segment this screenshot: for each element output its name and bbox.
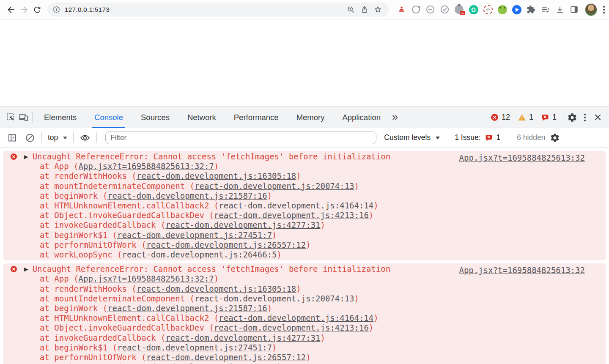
expand-arrow-icon[interactable]: ▶ (24, 152, 28, 161)
stack-frame: at beginWork (react-dom.development.js:2… (3, 191, 606, 201)
url-text[interactable]: 127.0.0.1:5173 (65, 6, 110, 14)
extensions-row: G </> (395, 4, 582, 15)
downloads-button[interactable] (554, 4, 565, 15)
console-errors-badge[interactable]: 12 (491, 113, 510, 122)
stack-frame-link[interactable]: react-dom.development.js:26466:5 (122, 362, 277, 364)
gear-icon (550, 133, 560, 143)
code-inspector-extension-icon[interactable]: </> (483, 4, 493, 15)
issues-badge[interactable]: 1 (541, 113, 557, 122)
profile-avatar[interactable] (585, 3, 597, 16)
side-panel-icon (570, 5, 579, 14)
zoom-button[interactable] (346, 4, 357, 15)
site-info-icon[interactable] (52, 5, 60, 14)
stack-frame-link[interactable]: react-dom.development.js:20074:13 (195, 181, 354, 191)
stack-frame-link[interactable]: react-dom.development.js:4277:31 (165, 333, 320, 342)
bookmark-button[interactable] (373, 4, 384, 15)
console-settings-button[interactable] (549, 131, 561, 144)
error-message: Uncaught ReferenceError: Cannot access '… (33, 264, 390, 274)
stack-frame-link[interactable]: react-dom.development.js:26557:12 (146, 240, 306, 249)
console-toolbar: top Custom levels 1 Issue: 1 6 hidden (0, 128, 609, 148)
tab-performance[interactable]: Performance (225, 107, 288, 128)
stack-frame: at mountIndeterminateComponent (react-do… (3, 181, 606, 191)
browser-toolbar: 127.0.0.1:5173 G </> (0, 0, 609, 19)
inspect-element-button[interactable] (4, 111, 17, 124)
browser-menu-button[interactable] (603, 6, 605, 14)
tab-elements[interactable]: Elements (35, 107, 85, 128)
devtools-close-button[interactable] (591, 111, 604, 124)
stack-frame-link[interactable]: react-dom.development.js:4277:31 (165, 220, 320, 230)
side-panel-button[interactable] (569, 4, 579, 15)
stack-frame-link[interactable]: react-dom.development.js:21587:16 (107, 191, 267, 200)
stack-frame-link[interactable]: react-dom.development.js:27451:7 (117, 230, 272, 240)
grammarly-extension-icon[interactable]: G (468, 4, 479, 15)
share-icon (360, 5, 369, 14)
more-tabs-chevron[interactable]: » (390, 111, 401, 123)
stack-frame-link[interactable]: react-dom.development.js:16305:18 (137, 284, 296, 293)
console-error-group: ▶Uncaught ReferenceError: Cannot access … (3, 263, 606, 364)
warning-triangle-icon (518, 113, 526, 122)
forward-button[interactable] (18, 4, 30, 16)
tab-sources[interactable]: Sources (132, 107, 178, 128)
stack-frame: at beginWork (react-dom.development.js:2… (3, 304, 606, 313)
stack-frame-link[interactable]: App.jsx?t=1695884825613:32:7 (79, 161, 214, 171)
filter-input[interactable] (105, 131, 376, 144)
reload-button[interactable] (32, 4, 43, 16)
clear-icon (25, 133, 35, 143)
issues-counter[interactable]: 1 Issue: 1 (455, 133, 500, 142)
chevron-down-icon (436, 137, 440, 140)
issues-bubble-icon (485, 134, 493, 142)
tab-memory[interactable]: Memory (288, 107, 334, 128)
stack-frame: at invokeGuardedCallback (react-dom.deve… (3, 333, 606, 343)
orbit-extension-icon[interactable] (411, 4, 421, 15)
console-warnings-badge[interactable]: 1 (518, 113, 533, 122)
back-button[interactable] (5, 4, 16, 16)
stack-frame-link[interactable]: App.jsx?t=1695884825613:32:7 (79, 274, 214, 283)
gear-icon (567, 112, 577, 123)
stack-frame: at Object.invokeGuardedCallbackDev (reac… (3, 323, 606, 333)
chevron-down-icon (63, 137, 67, 140)
reload-icon (33, 5, 42, 14)
tab-console[interactable]: Console (85, 107, 132, 128)
address-bar[interactable]: 127.0.0.1:5173 (47, 3, 389, 16)
live-expression-button[interactable] (79, 131, 91, 144)
clear-console-button[interactable] (24, 131, 36, 144)
context-selector[interactable]: top (48, 133, 67, 142)
source-location-link[interactable]: App.jsx?t=1695884825613:32 (459, 265, 585, 275)
media-queue-button[interactable] (540, 4, 551, 15)
stack-frame-link[interactable]: react-dom.development.js:4213:16 (214, 211, 369, 220)
devtools-menu-button[interactable] (579, 111, 591, 124)
stack-frame-link[interactable]: react-dom.development.js:16305:18 (137, 171, 296, 181)
source-location-link[interactable]: App.jsx?t=1695884825613:32 (459, 153, 585, 163)
issues-bubble-icon (541, 113, 549, 122)
devtools-settings-button[interactable] (566, 111, 579, 124)
stack-frame-link[interactable]: react-dom.development.js:27451:7 (117, 343, 272, 352)
device-toolbar-button[interactable] (17, 111, 30, 124)
stack-frame-link[interactable]: react-dom.development.js:21587:16 (107, 304, 267, 313)
stack-frame-link[interactable]: react-dom.development.js:26466:5 (122, 250, 277, 259)
log-levels-selector[interactable]: Custom levels (384, 133, 440, 142)
round-extension-icon[interactable] (425, 4, 436, 15)
console-sidebar-toggle[interactable] (6, 131, 19, 144)
tab-network[interactable]: Network (178, 107, 225, 128)
expand-arrow-icon[interactable]: ▶ (24, 264, 28, 274)
check-extension-icon[interactable] (439, 4, 450, 15)
panel-toggle-icon (7, 133, 17, 143)
device-toolbar-icon (18, 112, 29, 123)
stack-frame-link[interactable]: react-dom.development.js:20074:13 (195, 294, 354, 303)
red-figure-extension-icon[interactable] (396, 4, 407, 15)
hidden-messages-label[interactable]: 6 hidden (517, 133, 545, 142)
back-arrow-icon (6, 5, 16, 15)
stack-frame: at beginWork$1 (react-dom.development.js… (3, 230, 606, 240)
page-content (0, 19, 609, 107)
frog-extension-icon[interactable] (497, 4, 508, 15)
extensions-menu-button[interactable] (526, 4, 536, 15)
stack-frame-link[interactable]: react-dom.development.js:26557:12 (146, 353, 306, 362)
stack-frame: at HTMLUnknownElement.callCallback2 (rea… (3, 313, 606, 323)
stack-frame-link[interactable]: react-dom.development.js:4164:14 (219, 313, 373, 323)
tab-application[interactable]: Application (333, 107, 390, 128)
blue-play-extension-icon[interactable] (511, 4, 522, 15)
tomato-timer-extension-icon[interactable] (454, 4, 464, 15)
share-button[interactable] (359, 4, 370, 15)
stack-frame-link[interactable]: react-dom.development.js:4213:16 (214, 323, 369, 332)
stack-frame-link[interactable]: react-dom.development.js:4164:14 (219, 201, 373, 210)
